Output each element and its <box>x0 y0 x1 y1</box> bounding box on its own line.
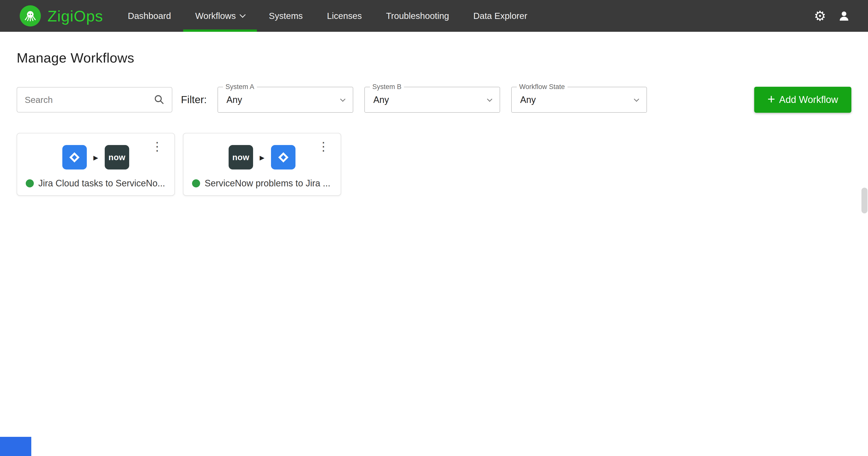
jira-icon <box>271 145 296 169</box>
main-nav: Dashboard Workflows Systems Licenses Tro… <box>116 0 539 32</box>
nav-item-workflows-label: Workflows <box>195 11 236 21</box>
filter-system-b-label: System B <box>370 83 404 91</box>
chevron-down-icon <box>240 11 246 18</box>
toolbar: Filter: System A Any System B Any Workfl… <box>17 87 851 113</box>
filter-workflow-state-label: Workflow State <box>517 83 567 91</box>
jira-icon <box>62 145 87 169</box>
brand-name: ZigiOps <box>48 7 103 25</box>
navbar-actions: ⚙ <box>814 9 850 23</box>
nav-item-dashboard[interactable]: Dashboard <box>116 0 183 32</box>
servicenow-logo-text: now <box>108 153 125 162</box>
servicenow-icon: now <box>105 145 129 169</box>
nav-item-licenses[interactable]: Licenses <box>315 0 374 32</box>
kebab-menu-icon[interactable]: ⋮ <box>151 140 163 153</box>
workflow-card-footer: ServiceNow problems to Jira ... <box>192 178 330 189</box>
nav-item-troubleshooting[interactable]: Troubleshooting <box>374 0 461 32</box>
filter-system-a-value: Any <box>226 95 242 105</box>
page-title: Manage Workflows <box>17 50 851 66</box>
search-box <box>17 87 172 112</box>
filter-workflow-state[interactable]: Workflow State Any <box>511 87 647 113</box>
workflow-card-footer: Jira Cloud tasks to ServiceNo... <box>26 178 165 189</box>
workflow-flow: ▸ now <box>17 145 174 169</box>
workflow-card[interactable]: ⋮ now ▸ ServiceNow problems to Jira ... <box>183 133 341 196</box>
gear-icon[interactable]: ⚙ <box>814 9 826 23</box>
plus-icon: + <box>767 92 775 107</box>
workflow-title: Jira Cloud tasks to ServiceNo... <box>38 178 165 189</box>
workflow-title: ServiceNow problems to Jira ... <box>205 178 330 189</box>
chevron-down-icon <box>340 96 345 102</box>
filter-system-a-label: System A <box>223 83 257 91</box>
servicenow-icon: now <box>228 145 253 169</box>
user-icon[interactable] <box>838 9 850 22</box>
arrow-right-icon: ▸ <box>260 152 265 163</box>
filter-system-b[interactable]: System B Any <box>364 87 500 113</box>
nav-item-workflows[interactable]: Workflows <box>183 0 257 32</box>
octopus-logo-icon <box>20 5 41 27</box>
bottom-left-blue-overlay <box>0 437 31 456</box>
top-navbar: ZigiOps Dashboard Workflows Systems Lice… <box>0 0 868 32</box>
scrollbar-thumb[interactable] <box>862 188 868 214</box>
nav-item-data-explorer[interactable]: Data Explorer <box>461 0 539 32</box>
arrow-right-icon: ▸ <box>93 152 98 163</box>
workflow-card[interactable]: ⋮ ▸ now Jira Cloud tasks to ServiceNo... <box>17 133 175 196</box>
add-workflow-button-label: Add Workflow <box>779 94 838 105</box>
filter-system-b-value: Any <box>373 95 389 105</box>
workflow-card-list: ⋮ ▸ now Jira Cloud tasks to ServiceNo... <box>17 133 851 196</box>
filter-system-a[interactable]: System A Any <box>217 87 353 113</box>
status-dot <box>26 179 34 187</box>
chevron-down-icon <box>487 96 492 102</box>
brand[interactable]: ZigiOps <box>20 5 103 27</box>
status-dot <box>192 179 200 187</box>
chevron-down-icon <box>633 96 639 102</box>
main-content: Manage Workflows Filter: System A Any Sy… <box>0 50 868 196</box>
search-input[interactable] <box>25 95 153 105</box>
search-icon <box>153 94 165 106</box>
filter-label: Filter: <box>181 94 207 106</box>
workflow-flow: now ▸ <box>183 145 341 169</box>
kebab-menu-icon[interactable]: ⋮ <box>317 140 330 153</box>
servicenow-logo-text: now <box>232 153 249 162</box>
filter-workflow-state-value: Any <box>520 95 536 105</box>
nav-item-systems[interactable]: Systems <box>257 0 315 32</box>
add-workflow-button[interactable]: + Add Workflow <box>754 87 851 113</box>
